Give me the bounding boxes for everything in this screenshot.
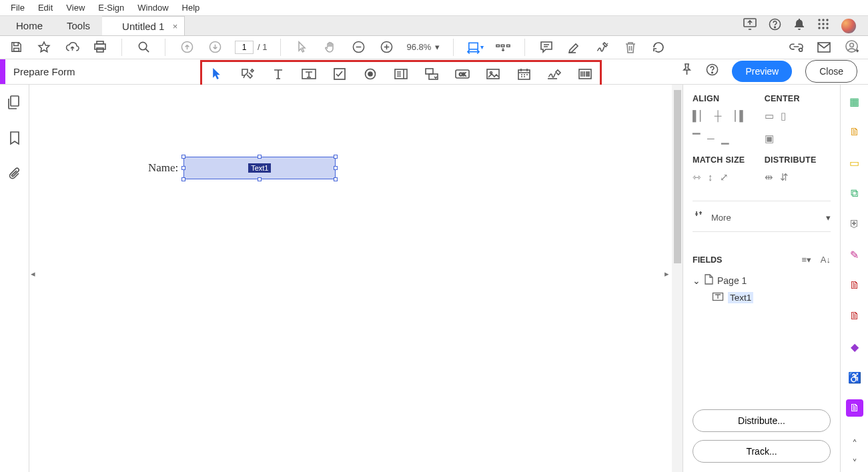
bookmark-icon[interactable] — [9, 131, 20, 148]
date-tool-icon[interactable] — [516, 66, 532, 82]
match-both-icon[interactable]: ⤢ — [720, 171, 729, 183]
comment-icon[interactable] — [538, 39, 554, 55]
page-input[interactable] — [235, 41, 254, 54]
screen-share-icon[interactable] — [743, 18, 757, 33]
tab-home[interactable]: Home — [4, 16, 55, 35]
zoom-out-icon[interactable] — [350, 39, 366, 55]
redact-icon[interactable]: ◆ — [846, 338, 863, 355]
tree-page[interactable]: ⌄ Page 1 — [693, 274, 831, 287]
svg-rect-12 — [13, 49, 19, 52]
align-top-icon[interactable]: ▔ — [693, 133, 701, 145]
tree-field[interactable]: Text1 — [693, 292, 831, 303]
star-icon[interactable] — [36, 39, 52, 55]
vertical-scrollbar[interactable] — [672, 85, 683, 472]
edit-tool-icon[interactable] — [240, 66, 256, 82]
align-right-icon[interactable]: ▕▐ — [728, 110, 743, 122]
zoom-level[interactable]: 96.8% ▾ — [406, 42, 440, 52]
cloud-upload-icon[interactable] — [64, 39, 80, 55]
align-bottom-icon[interactable]: ▁ — [721, 133, 729, 145]
sort-az-icon[interactable]: A↓ — [821, 255, 831, 265]
trash-icon[interactable] — [622, 39, 638, 55]
protect-icon[interactable]: ⛨ — [846, 215, 863, 233]
thumbnails-icon[interactable] — [8, 95, 21, 113]
scroll-up-icon[interactable]: ˄ — [846, 435, 863, 453]
page-down-icon[interactable] — [207, 39, 223, 55]
pin-icon[interactable] — [681, 63, 693, 79]
fill-sign-icon[interactable]: ✎ — [846, 246, 863, 263]
page-up-icon[interactable] — [179, 39, 195, 55]
tab-document[interactable]: Untitled 1 × — [102, 16, 185, 35]
apps-icon[interactable] — [817, 18, 829, 33]
scrollbar-thumb[interactable] — [674, 90, 681, 263]
collapse-left-icon[interactable]: ◂ — [31, 269, 35, 279]
rotate-icon[interactable] — [650, 39, 667, 55]
accessibility-icon[interactable]: ♿ — [846, 369, 863, 386]
sort-icon[interactable]: ≡▾ — [802, 255, 812, 265]
image-tool-icon[interactable] — [485, 66, 501, 82]
center-h-icon[interactable]: ▭ — [765, 110, 774, 122]
textfield-tool-icon[interactable] — [301, 66, 317, 82]
zoom-in-icon[interactable] — [378, 39, 394, 55]
canvas[interactable]: ◂ Name: Text1 ▸ — [29, 85, 683, 472]
help-icon[interactable] — [706, 63, 719, 79]
link-icon[interactable] — [788, 39, 804, 55]
create-pdf-icon[interactable]: ▦ — [846, 93, 863, 110]
distribute-button[interactable]: Distribute... — [693, 409, 831, 432]
menu-window[interactable]: Window — [132, 1, 173, 15]
compress-icon[interactable]: 🗎 — [846, 307, 863, 325]
scroll-mode-icon[interactable] — [495, 39, 511, 55]
avatar[interactable] — [841, 19, 856, 33]
match-w-icon[interactable]: ⇿ — [693, 171, 701, 183]
collapse-right-icon[interactable]: ▸ — [665, 269, 669, 279]
center-v-icon[interactable]: ▯ — [781, 110, 786, 122]
close-button[interactable]: Close — [805, 60, 857, 83]
bell-icon[interactable] — [793, 18, 805, 34]
menu-help[interactable]: Help — [177, 1, 205, 15]
preview-button[interactable]: Preview — [732, 61, 792, 82]
save-icon[interactable] — [8, 39, 24, 55]
prepare-form-icon[interactable]: 🗎 — [846, 399, 863, 417]
signature-tool-icon[interactable] — [546, 66, 562, 82]
organize-icon[interactable]: ⧉ — [846, 185, 863, 202]
edit-pdf-icon[interactable]: 🗎 — [846, 277, 863, 294]
menu-edit[interactable]: Edit — [33, 1, 58, 15]
select-tool-icon[interactable] — [209, 66, 225, 82]
align-middle-icon[interactable]: ─ — [707, 133, 715, 145]
hand-icon[interactable] — [322, 39, 338, 55]
distribute-h-icon[interactable]: ⇹ — [765, 171, 773, 183]
export-pdf-icon[interactable]: 🗎 — [846, 123, 863, 141]
sign-icon[interactable] — [594, 39, 610, 55]
center-both-icon[interactable]: ▣ — [765, 133, 774, 145]
listbox-tool-icon[interactable] — [393, 66, 409, 82]
menu-esign[interactable]: E-Sign — [93, 1, 129, 15]
match-h-icon[interactable]: ↕ — [708, 171, 713, 183]
text-tool-icon[interactable] — [270, 66, 286, 82]
attachment-icon[interactable] — [9, 167, 21, 183]
mail-icon[interactable] — [816, 39, 832, 55]
print-icon[interactable] — [92, 39, 108, 55]
comment-tool-icon[interactable]: ▭ — [846, 154, 863, 171]
text-field[interactable]: Text1 — [183, 157, 336, 179]
menu-view[interactable]: View — [61, 1, 90, 15]
radio-tool-icon[interactable] — [362, 66, 378, 82]
button-tool-icon[interactable]: OK — [454, 66, 470, 82]
close-icon[interactable]: × — [173, 21, 178, 31]
distribute-v-icon[interactable]: ⇵ — [780, 171, 789, 183]
menu-file[interactable]: File — [5, 1, 30, 15]
track-button[interactable]: Track... — [693, 440, 831, 463]
dropdown-tool-icon[interactable] — [424, 66, 440, 82]
more-dropdown[interactable]: More ▾ — [693, 211, 831, 225]
barcode-tool-icon[interactable] — [577, 66, 593, 82]
account-icon[interactable] — [844, 39, 860, 55]
align-center-icon[interactable]: ┼ — [715, 110, 722, 122]
scroll-down-icon[interactable]: ˅ — [846, 455, 863, 472]
pointer-icon[interactable] — [294, 39, 310, 55]
align-left-icon[interactable]: ▌▏ — [693, 110, 708, 122]
fit-width-icon[interactable]: ▾ — [467, 39, 483, 55]
tab-tools[interactable]: Tools — [55, 16, 102, 35]
svg-point-6 — [818, 23, 820, 25]
checkbox-tool-icon[interactable] — [332, 66, 348, 82]
search-icon[interactable] — [135, 39, 151, 55]
highlight-icon[interactable] — [566, 39, 582, 55]
help-icon[interactable] — [769, 18, 781, 34]
